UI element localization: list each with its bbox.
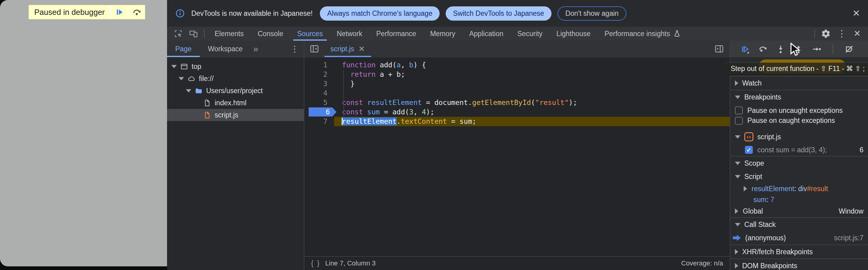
section-header-watch[interactable]: Watch xyxy=(731,76,868,90)
line-number-gutter[interactable]: 1234567 xyxy=(304,60,334,256)
code-token xyxy=(363,108,367,116)
close-devtools-icon[interactable]: ✕ xyxy=(854,29,861,38)
code-line-2[interactable]: return a + b; xyxy=(334,70,730,79)
more-tabs-chevron-icon[interactable]: » xyxy=(253,44,258,54)
expand-arrow-icon[interactable] xyxy=(744,186,747,191)
line-number-4[interactable]: 4 xyxy=(304,89,334,98)
line-number-2[interactable]: 2 xyxy=(304,70,334,79)
line-number-1[interactable]: 1 xyxy=(304,60,334,70)
code-line-1[interactable]: function add(a, b) { xyxy=(334,60,730,70)
section-header-xhr-fetch-breakpoints[interactable]: XHR/fetch Breakpoints xyxy=(731,244,868,259)
scope-variable-sum[interactable]: sum: 7 xyxy=(731,194,868,205)
toggle-device-toolbar-icon[interactable] xyxy=(189,29,198,38)
variable-value: 7 xyxy=(770,196,774,204)
tab-label: Sources xyxy=(297,30,322,38)
section-header-call-stack[interactable]: Call Stack xyxy=(731,217,868,231)
expand-arrow-icon[interactable] xyxy=(735,249,738,254)
dont-show-again-button[interactable]: Don't show again xyxy=(558,6,627,21)
expand-arrow-icon[interactable] xyxy=(735,208,738,214)
switch-devtools-japanese-button[interactable]: Switch DevTools to Japanese xyxy=(446,6,551,21)
tab-security[interactable]: Security xyxy=(510,27,549,41)
scope-variable-resultelement[interactable]: resultElement: div#result xyxy=(731,183,868,194)
scope-group-script[interactable]: Script xyxy=(731,170,868,183)
expand-arrow-icon[interactable] xyxy=(179,77,184,80)
row-label: Global xyxy=(743,207,763,215)
always-match-language-button[interactable]: Always match Chrome's language xyxy=(320,6,440,21)
expand-arrow-icon[interactable] xyxy=(735,223,740,226)
tab-label: Lighthouse xyxy=(556,30,591,38)
line-number-5[interactable]: 5 xyxy=(304,98,334,108)
step-over-page-button[interactable] xyxy=(128,5,145,19)
file-name: script.js xyxy=(757,133,781,141)
code-line-5[interactable]: const resultElement = document.getElemen… xyxy=(334,98,730,108)
settings-gear-icon[interactable] xyxy=(821,29,831,38)
tree-item-top[interactable]: top xyxy=(167,60,304,72)
expand-arrow-icon[interactable] xyxy=(735,80,738,86)
expand-arrow-icon[interactable] xyxy=(735,96,740,99)
step-over-button[interactable] xyxy=(758,44,768,54)
expand-arrow-icon[interactable] xyxy=(735,162,740,165)
tab-console[interactable]: Console xyxy=(251,27,290,41)
notification-close-icon[interactable]: ✕ xyxy=(852,9,860,18)
tree-item-script-js[interactable]: script.js xyxy=(167,109,304,121)
tab-page[interactable]: Page xyxy=(167,41,200,57)
cloud-icon xyxy=(187,74,195,83)
tab-sources[interactable]: Sources xyxy=(290,27,330,41)
expand-arrow-icon[interactable] xyxy=(735,135,740,139)
code-lines[interactable]: function add(a, b) { return a + b; }cons… xyxy=(334,60,730,256)
resume-script-button[interactable] xyxy=(111,5,128,19)
resume-button[interactable] xyxy=(740,44,750,54)
navigator-kebab-icon[interactable]: ⋮ xyxy=(290,44,299,54)
checkbox-row-pause-on-caught-exceptions[interactable]: Pause on caught exceptions xyxy=(731,115,868,126)
section-header-dom-breakpoints[interactable]: DOM Breakpoints xyxy=(731,259,868,270)
tab-performance-insights[interactable]: Performance insights xyxy=(597,27,688,41)
tab-memory[interactable]: Memory xyxy=(423,27,462,41)
tab-network[interactable]: Network xyxy=(330,27,369,41)
code-editor[interactable]: 1234567 function add(a, b) { return a + … xyxy=(304,57,730,256)
more-options-kebab-icon[interactable]: ⋮ xyxy=(837,29,846,38)
checkbox-row-pause-on-uncaught-exceptions[interactable]: Pause on uncaught exceptions xyxy=(731,104,868,115)
step-into-button[interactable] xyxy=(776,44,785,54)
tree-item-users-user-project[interactable]: Users/user/project xyxy=(167,85,304,97)
close-tab-icon[interactable]: ✕ xyxy=(359,44,365,54)
tab-lighthouse[interactable]: Lighthouse xyxy=(549,27,597,41)
line-number-7[interactable]: 7 xyxy=(304,117,334,126)
step-button[interactable] xyxy=(812,44,821,54)
devtools-window: DevTools is now available in Japanese! A… xyxy=(167,0,868,270)
expand-arrow-icon[interactable] xyxy=(186,89,191,92)
section-header-scope[interactable]: Scope xyxy=(731,156,868,170)
breakpoint-entry[interactable]: ✓const sum = add(3, 4);6 xyxy=(731,144,868,156)
folder-icon xyxy=(195,87,203,95)
code-line-3[interactable]: } xyxy=(334,79,730,89)
tab-performance[interactable]: Performance xyxy=(369,27,423,41)
code-token xyxy=(363,98,367,107)
line-number-6[interactable]: 6 xyxy=(304,108,334,117)
code-line-4[interactable] xyxy=(334,89,730,98)
section-header-breakpoints[interactable]: Breakpoints xyxy=(731,90,868,104)
hide-navigator-icon[interactable] xyxy=(309,44,319,54)
variable-name: resultElement xyxy=(751,185,794,193)
checkbox[interactable] xyxy=(735,107,743,114)
call-stack-frame--anonymous-[interactable]: (anonymous)script.js:7 xyxy=(731,231,868,244)
checkbox[interactable] xyxy=(735,117,743,125)
code-line-7-execution[interactable]: resultElement.textContent = sum; xyxy=(334,117,730,126)
tree-item-index-html[interactable]: index.html xyxy=(167,97,304,109)
scope-row-global[interactable]: GlobalWindow xyxy=(731,205,868,217)
expand-arrow-icon[interactable] xyxy=(171,65,177,68)
tree-item-file-[interactable]: file:// xyxy=(167,72,304,85)
code-token: return xyxy=(350,70,376,78)
hide-debugger-sidebar-icon[interactable] xyxy=(714,44,724,54)
tab-workspace[interactable]: Workspace xyxy=(200,41,251,57)
tab-elements[interactable]: Elements xyxy=(208,27,251,41)
inspect-element-icon[interactable] xyxy=(174,29,183,38)
breakpoint-marker[interactable]: 6 xyxy=(309,108,337,117)
breakpoint-checkbox[interactable]: ✓ xyxy=(745,146,753,154)
expand-arrow-icon[interactable] xyxy=(735,263,738,268)
deactivate-breakpoints-button[interactable] xyxy=(844,44,854,54)
tab-application[interactable]: Application xyxy=(462,27,510,41)
breakpoint-file-group-script-js[interactable]: ‹›script.js xyxy=(731,130,868,144)
line-number-3[interactable]: 3 xyxy=(304,79,334,89)
editor-tab-scriptjs[interactable]: script.js ✕ xyxy=(324,41,371,57)
expand-arrow-icon[interactable] xyxy=(735,175,740,178)
code-line-6[interactable]: const sum = add(3, 4); xyxy=(334,108,730,117)
